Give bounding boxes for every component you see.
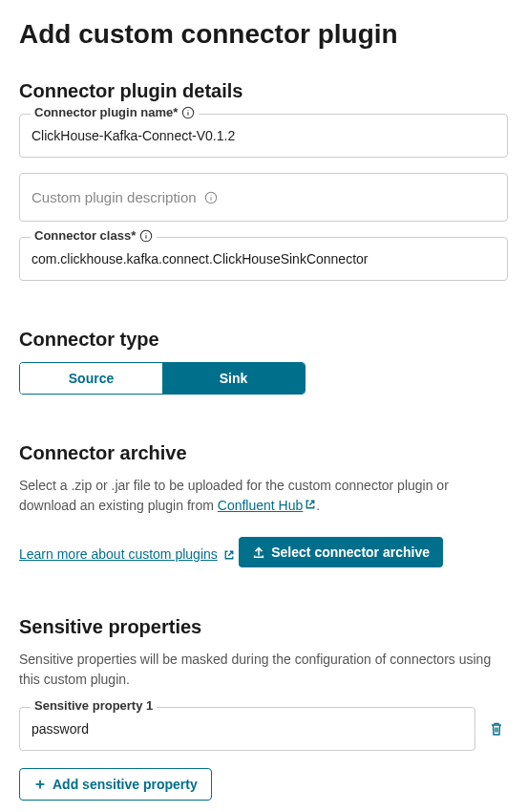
svg-point-2 (188, 109, 189, 110)
add-sensitive-property-button[interactable]: Add sensitive property (19, 768, 212, 801)
plugin-desc-field: Custom plugin description (19, 173, 508, 222)
archive-heading: Connector archive (19, 442, 508, 464)
details-heading: Connector plugin details (19, 80, 508, 102)
select-archive-button[interactable]: Select connector archive (239, 537, 443, 567)
connector-class-field: Connector class* (19, 237, 508, 281)
type-heading: Connector type (19, 329, 508, 351)
info-icon[interactable] (181, 106, 195, 119)
connector-type-section: Connector type Source Sink (19, 329, 508, 395)
upload-icon (252, 545, 265, 559)
sensitive-property-field: Sensitive property 1 (19, 707, 475, 751)
svg-point-8 (146, 232, 147, 233)
sensitive-description: Sensitive properties will be masked duri… (19, 650, 508, 690)
sensitive-heading: Sensitive properties (19, 616, 508, 638)
plugin-name-field: Connector plugin name* (19, 114, 508, 158)
sink-toggle[interactable]: Sink (162, 363, 305, 394)
external-link-icon (305, 499, 316, 510)
plugin-name-label: Connector plugin name* (31, 105, 199, 119)
connector-class-input[interactable] (19, 237, 508, 281)
archive-description: Select a .zip or .jar file to be uploade… (19, 476, 508, 516)
plus-icon (33, 778, 47, 791)
sensitive-property-input[interactable] (19, 707, 475, 751)
info-icon[interactable] (204, 191, 218, 204)
plugin-name-input[interactable] (19, 114, 508, 158)
learn-more-link[interactable]: Learn more about custom plugins (19, 545, 218, 565)
page-title: Add custom connector plugin (19, 19, 508, 50)
connector-class-label: Connector class* (31, 228, 157, 243)
plugin-details-section: Connector plugin details Connector plugi… (19, 80, 508, 281)
svg-point-5 (210, 194, 211, 195)
type-toggle-group: Source Sink (19, 362, 306, 395)
external-link-icon (223, 549, 235, 561)
sensitive-property-label: Sensitive property 1 (31, 698, 157, 713)
confluent-hub-link[interactable]: Confluent Hub (218, 498, 317, 513)
plugin-desc-input[interactable]: Custom plugin description (19, 173, 508, 222)
sensitive-property-row: Sensitive property 1 (19, 707, 508, 751)
connector-archive-section: Connector archive Select a .zip or .jar … (19, 442, 508, 568)
trash-icon (489, 721, 504, 737)
source-toggle[interactable]: Source (20, 363, 162, 394)
info-icon[interactable] (139, 229, 153, 243)
delete-property-button[interactable] (485, 717, 508, 740)
sensitive-properties-section: Sensitive properties Sensitive propertie… (19, 616, 508, 801)
